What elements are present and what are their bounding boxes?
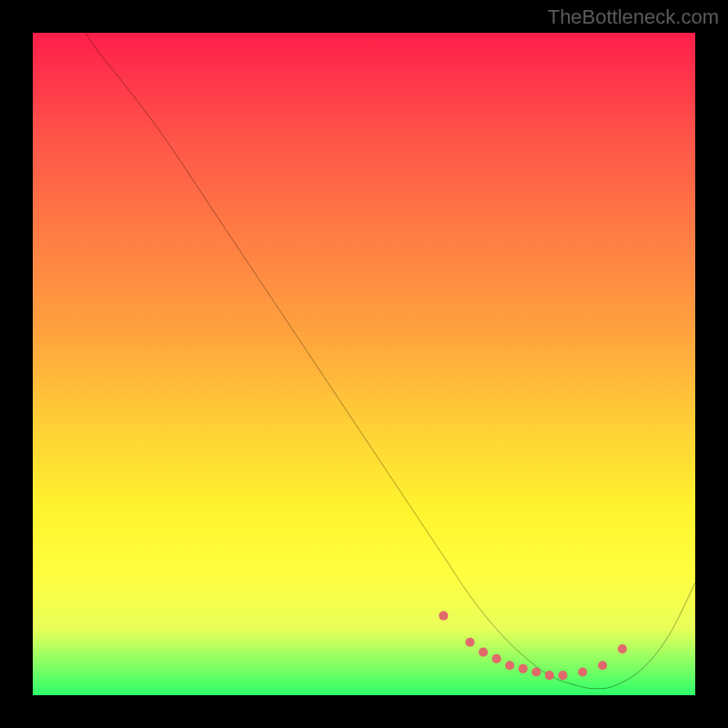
curve-svg [33,33,695,695]
chart-container: TheBottleneck.com [0,0,728,728]
marker-dot [479,648,488,657]
bottleneck-curve [86,33,695,689]
marker-dot [618,644,627,653]
marker-dot [558,671,567,680]
plot-area [33,33,695,695]
marker-dot [531,667,541,676]
marker-dot [492,654,501,663]
marker-dot [505,661,514,670]
marker-dot [519,664,528,673]
marker-dot [598,661,607,670]
marker-dot [578,667,587,676]
watermark-text: TheBottleneck.com [548,5,719,29]
marker-dot [545,671,554,680]
marker-dot [439,612,448,621]
marker-dot [465,638,474,647]
flat-region-dots [439,612,627,681]
